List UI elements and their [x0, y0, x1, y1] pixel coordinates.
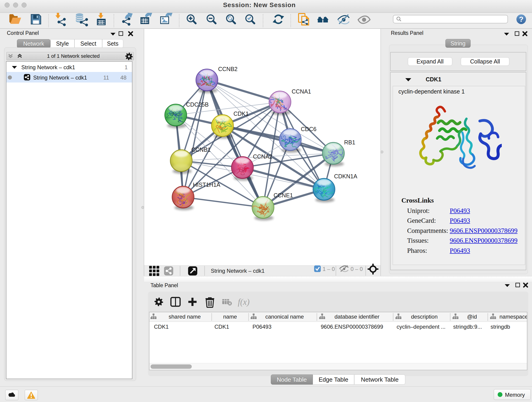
svg-text:?: ?: [519, 15, 524, 23]
svg-text:CCNE1: CCNE1: [273, 192, 293, 198]
svg-text:f(x): f(x): [238, 297, 249, 307]
svg-text:name: name: [223, 313, 237, 320]
svg-text:9606.ENSP00000378699: 9606.ENSP00000378699: [321, 324, 383, 330]
svg-text:0 – 0: 0 – 0: [351, 266, 363, 272]
svg-text:@id: @id: [467, 313, 477, 320]
svg-text:CDKN1A: CDKN1A: [334, 173, 357, 179]
svg-text:cyclin–dependent ...: cyclin–dependent ...: [397, 324, 445, 330]
svg-text:RB1: RB1: [344, 139, 355, 146]
svg-text:namespace: namespace: [500, 313, 527, 320]
svg-text:database identifier: database identifier: [335, 313, 380, 320]
svg-text:CDK1: CDK1: [154, 324, 169, 330]
svg-text:CCNB2: CCNB2: [218, 66, 238, 72]
svg-text:stringdb:9...: stringdb:9...: [453, 324, 482, 330]
svg-text:String Network – cdk1: String Network – cdk1: [211, 268, 265, 274]
svg-text:CCNB1: CCNB1: [191, 147, 211, 153]
svg-text:CCNA1: CCNA1: [292, 88, 311, 95]
svg-text:CDC6: CDC6: [301, 126, 317, 132]
svg-text:description: description: [411, 313, 438, 320]
svg-text:CCNA2: CCNA2: [253, 153, 272, 160]
svg-text:HIST1H1A: HIST1H1A: [193, 182, 220, 188]
svg-text:canonical name: canonical name: [265, 313, 304, 320]
svg-text:CDK1: CDK1: [215, 324, 229, 330]
svg-text:CDK1: CDK1: [234, 110, 249, 117]
svg-text:CDC25B: CDC25B: [186, 101, 209, 108]
svg-text:1 – 0: 1 – 0: [323, 266, 335, 272]
svg-text:P06493: P06493: [253, 324, 272, 330]
svg-text:shared name: shared name: [169, 313, 201, 320]
svg-text:stringdb: stringdb: [491, 324, 510, 330]
